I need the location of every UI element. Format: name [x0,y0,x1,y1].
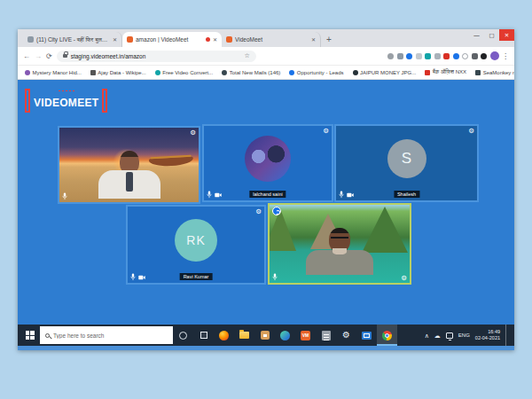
profile-avatar[interactable] [490,51,499,60]
participant-name: lalchand saini [249,191,286,198]
extension-icon[interactable] [425,53,431,59]
minimize-button[interactable]: — [469,29,484,41]
task-view-button[interactable] [193,325,214,346]
start-button[interactable] [20,325,40,346]
address-bar[interactable]: staging.videomeet.in/amazon ☆ [57,51,256,62]
tile-settings-icon[interactable]: ⚙ [255,207,262,215]
mic-icon[interactable] [207,191,212,199]
videomeet-favicon [127,36,133,43]
participant-name: Shailesh [394,191,419,198]
extension-icon[interactable] [443,53,450,59]
extension-icon[interactable] [462,53,468,59]
edge-button[interactable] [275,325,295,346]
reload-icon[interactable]: ⟳ [46,52,52,60]
videomeet-favicon [226,36,232,43]
extension-icon[interactable] [416,53,422,59]
bookmark-star-icon[interactable]: ☆ [244,52,249,59]
logo-bracket-icon [25,89,30,113]
cortana-icon [179,332,187,340]
bookmark-item[interactable]: बैंक ऑफ़िस NXX [425,69,466,75]
mountain-shape [268,208,296,251]
tab-title: amazon | VideoMeet [136,36,203,43]
file-explorer-button[interactable] [234,325,254,346]
chrome-icon [382,331,392,340]
mail-button[interactable] [356,325,377,346]
bookmark-item[interactable]: Total New Mails (146) [222,70,280,75]
videomeet-logo: VIDEOMEET [25,87,107,114]
mic-icon[interactable] [272,273,278,281]
mic-icon[interactable] [339,191,344,199]
logo-text: VIDEOMEET [34,97,98,109]
extension-icon[interactable] [406,53,412,59]
tile-settings-icon[interactable]: ⚙ [401,274,407,282]
close-button[interactable]: ✕ [499,29,514,41]
url-text[interactable]: staging.videomeet.in/amazon [71,53,146,59]
camera-icon[interactable] [138,275,145,280]
bookmark-item[interactable]: Mystery Manor Hid... [25,70,82,75]
bookmark-item[interactable]: JAIPUR MONEY JPG... [353,70,417,75]
tab-close-icon[interactable]: ✕ [311,36,316,43]
tab-favicon [27,36,34,43]
new-tab-button[interactable]: + [326,35,332,44]
tab-close-icon[interactable]: ✕ [113,36,117,43]
videomeet-page: VIDEOMEET ⚙ [18,80,514,325]
settings-button[interactable]: ⚙ [336,325,356,346]
videomeet-app-icon: VM [301,331,310,340]
tile-settings-icon[interactable]: ⚙ [190,129,196,137]
language-indicator[interactable]: ENG [458,332,470,338]
onedrive-cloud-icon[interactable]: ☁ [434,332,441,339]
chrome-button[interactable] [377,325,397,346]
participant-tile-5[interactable]: ⚙ [268,203,411,285]
extension-icon[interactable] [481,53,487,59]
maximize-button[interactable]: ▢ [484,29,499,41]
back-icon[interactable]: ← [23,52,30,60]
taskbar-search[interactable] [40,326,173,344]
participant-tile-1[interactable]: ⚙ [58,126,200,204]
vault-app-button[interactable] [254,325,275,346]
participant-tile-2[interactable]: ⚙ lalchand saini [202,124,333,202]
bookmark-item[interactable]: Free Video Convert... [155,70,213,75]
search-input[interactable] [53,332,168,339]
windows-taskbar: VM ⚙ ∧ ☁ ENG 16:49 02-04-2021 [18,325,514,346]
taskbar-clock[interactable]: 16:49 02-04-2021 [475,329,500,341]
cortana-button[interactable] [173,325,193,346]
firefox-button[interactable] [214,325,234,346]
tile-settings-icon[interactable]: ⚙ [468,127,474,135]
tile-settings-icon[interactable]: ⚙ [323,127,329,135]
tab-videomeet[interactable]: VideoMeet ✕ [222,32,321,47]
tray-expand-icon[interactable]: ∧ [425,332,429,339]
extension-icon[interactable] [387,53,394,59]
camera-icon[interactable] [215,192,222,198]
show-desktop-button[interactable] [505,325,508,346]
bookmark-item[interactable]: Opportunity - Leads [289,70,343,75]
extension-icon[interactable] [472,53,478,59]
bookmark-favicon [289,70,294,75]
virtual-background-mountain [270,205,410,283]
tab-city-live[interactable]: (11) City LIVE - वहीं फिर बुलने लगी ✕ [23,32,122,47]
mic-icon[interactable] [62,192,67,200]
bookmark-label: JAIPUR MONEY JPG... [360,70,416,75]
document-app-button[interactable] [316,325,336,346]
browser-menu-icon[interactable]: ⋮ [502,52,509,60]
extension-icon[interactable] [453,53,459,59]
folder-icon [239,332,249,339]
extension-icon[interactable] [434,53,441,59]
videomeet-app-button[interactable]: VM [295,325,316,346]
bookmark-item[interactable]: Ajay Data - Wikipe... [90,70,146,75]
mic-icon[interactable] [130,273,136,281]
participant-tile-4[interactable]: ⚙ RK Ravi Kumar [126,205,266,285]
camera-icon[interactable] [347,192,354,198]
tab-close-icon[interactable]: ✕ [213,36,217,43]
tab-amazon-videomeet[interactable]: amazon | VideoMeet ✕ [122,32,222,47]
bookmark-favicon [90,70,96,75]
extensions-area: ⋮ [387,51,509,60]
mail-icon [362,332,372,340]
participant-video [306,228,373,285]
bookmark-label: SeaMonkey nightly... [483,70,514,75]
extension-icon[interactable] [397,53,403,59]
participant-tile-3[interactable]: ⚙ S Shailesh [334,124,479,202]
document-icon [322,331,331,340]
network-icon[interactable] [446,332,453,339]
bookmark-item[interactable]: SeaMonkey nightly... [475,70,514,75]
forward-icon[interactable]: → [35,52,42,60]
